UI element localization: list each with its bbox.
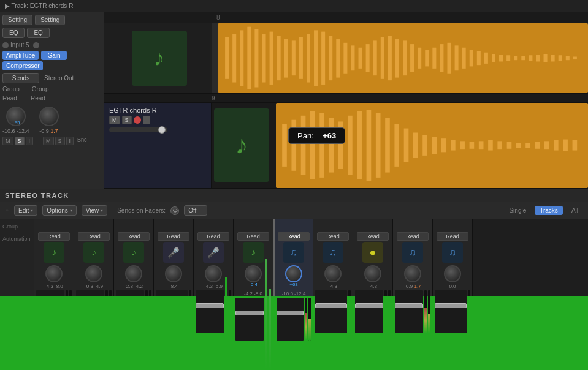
ch5-fader[interactable] <box>196 290 224 333</box>
eq-button-right[interactable]: EQ <box>27 28 49 38</box>
view-dropdown[interactable]: View ▾ <box>82 205 108 216</box>
single-view-btn[interactable]: Single <box>504 206 531 215</box>
ch1-icon: ♪ <box>44 242 64 263</box>
ch8-auto[interactable]: Read <box>317 232 349 241</box>
ch10-fader[interactable] <box>395 290 423 333</box>
svg-rect-71 <box>497 142 502 150</box>
sends-off-select[interactable]: Off <box>184 205 207 216</box>
ch11-pan-knob[interactable] <box>444 265 461 282</box>
ch4-db: -8.4 <box>169 284 178 289</box>
mute-btn-left[interactable]: M <box>2 137 13 145</box>
ch10-pan-knob[interactable] <box>404 265 421 282</box>
ch2-auto[interactable]: Read <box>78 232 110 241</box>
ch10-auto[interactable]: Read <box>397 232 429 241</box>
edit-arrow: ▾ <box>31 208 33 213</box>
ch2-db: -0.3 -4.9 <box>85 284 103 289</box>
stereo-out-label: Stereo Out <box>44 75 74 81</box>
music-note-1: ♪ <box>154 45 165 71</box>
options-arrow: ▾ <box>70 208 72 213</box>
track2-solo[interactable]: S <box>122 116 132 124</box>
ins-btn-right[interactable]: I <box>66 137 74 145</box>
ch10-fader-area <box>394 290 432 333</box>
eq-button-left[interactable]: EQ <box>2 28 25 38</box>
ch6-fader[interactable] <box>235 298 264 341</box>
ch5-fader-area <box>194 290 232 333</box>
group-col-label: Group <box>2 224 18 230</box>
ch8-fader[interactable] <box>315 290 347 333</box>
ms-buttons-left: M S I <box>2 137 33 145</box>
input-toggle[interactable] <box>2 42 9 48</box>
pan-knob-left[interactable]: +63 <box>6 107 26 126</box>
mixer-up-arrow[interactable]: ↑ <box>5 206 9 216</box>
ch4-pan-knob[interactable] <box>165 265 182 282</box>
tracks-view-btn[interactable]: Tracks <box>535 206 563 215</box>
ch11-fader-area <box>433 290 472 333</box>
svg-rect-47 <box>573 56 577 59</box>
svg-rect-25 <box>410 44 414 72</box>
ch7-pan-knob[interactable]: +63 <box>285 265 302 282</box>
solo-btn-right[interactable]: S <box>55 137 65 145</box>
pan-slider[interactable] <box>109 127 167 132</box>
svg-rect-24 <box>403 40 407 75</box>
ch9-fader[interactable] <box>355 290 383 333</box>
svg-rect-1 <box>232 34 236 83</box>
ch2-pan-knob[interactable] <box>85 265 102 282</box>
ch6-auto[interactable]: Read <box>237 232 269 241</box>
svg-rect-5 <box>262 34 265 83</box>
ms-buttons-right: M S I Bnc <box>43 137 87 145</box>
ch3-auto[interactable]: Read <box>118 232 150 241</box>
sends-button[interactable]: Sends <box>2 73 39 83</box>
mute-btn-right[interactable]: M <box>43 137 54 145</box>
pan-knob-right[interactable] <box>39 107 59 126</box>
ch9-pan-knob[interactable] <box>364 265 381 282</box>
ch7-fader[interactable] <box>277 298 304 341</box>
compressor-button[interactable]: Compressor <box>2 61 43 70</box>
svg-rect-52 <box>319 113 324 178</box>
svg-rect-21 <box>381 37 384 79</box>
waveform-svg-2 <box>276 103 588 188</box>
svg-rect-19 <box>366 44 370 72</box>
solo-btn-left[interactable]: S <box>15 137 25 145</box>
amplitube-button[interactable]: AmpliTube <box>2 51 39 60</box>
ch1-auto[interactable]: Read <box>38 232 70 241</box>
track2-music-icon: ♪ <box>214 108 269 182</box>
track-header-bar: ▶ Track: EGTR chords R <box>0 0 588 12</box>
channels-scroll-area[interactable]: Read ♪ -4.3-8.0 <box>34 219 588 370</box>
ch3-pan-knob[interactable] <box>125 265 142 282</box>
track2-mute[interactable]: M <box>109 116 120 124</box>
svg-rect-42 <box>536 55 540 61</box>
edit-dropdown[interactable]: Edit ▾ <box>14 205 37 216</box>
setting-button-left[interactable]: Setting <box>2 15 32 25</box>
ch5-pan-knob[interactable] <box>205 265 222 282</box>
svg-rect-20 <box>373 40 377 75</box>
io-toggle[interactable] <box>33 42 39 48</box>
sends-toggle[interactable]: ⏻ <box>170 206 179 215</box>
ch1-pan-knob[interactable] <box>45 265 63 282</box>
all-view-btn[interactable]: All <box>567 206 583 215</box>
ch8-pan-knob[interactable] <box>324 265 342 282</box>
ch9-auto[interactable]: Read <box>357 232 389 241</box>
ch6-icon: ♪ <box>243 242 264 263</box>
ch6-pan-knob[interactable]: -0.4 <box>245 265 262 282</box>
db-display-right: -0.9 1.7 <box>39 128 58 134</box>
svg-rect-16 <box>343 43 347 74</box>
stereo-track-bar: STEREO TRACK <box>0 189 588 202</box>
options-dropdown[interactable]: Options ▾ <box>42 205 76 216</box>
svg-rect-34 <box>477 51 481 65</box>
svg-rect-79 <box>573 140 578 151</box>
ch11-auto[interactable]: Read <box>437 232 468 241</box>
gain-button[interactable]: Gain <box>41 51 66 60</box>
automation-col-label: Automation <box>2 236 31 242</box>
track2-rec[interactable] <box>134 116 141 124</box>
ch7-auto[interactable]: Read <box>278 232 310 241</box>
ch5-auto[interactable]: Read <box>197 232 229 241</box>
ins-btn-left[interactable]: I <box>26 137 34 145</box>
ch11-fader[interactable] <box>435 290 467 333</box>
svg-rect-29 <box>440 44 443 72</box>
track2-input[interactable] <box>143 116 150 124</box>
ch5-icon: 🎤 <box>203 242 224 263</box>
ch4-auto[interactable]: Read <box>158 232 189 241</box>
setting-button-right[interactable]: Setting <box>35 15 65 25</box>
svg-rect-26 <box>418 48 421 69</box>
track2-header-area: EGTR chords R M S <box>104 103 212 188</box>
